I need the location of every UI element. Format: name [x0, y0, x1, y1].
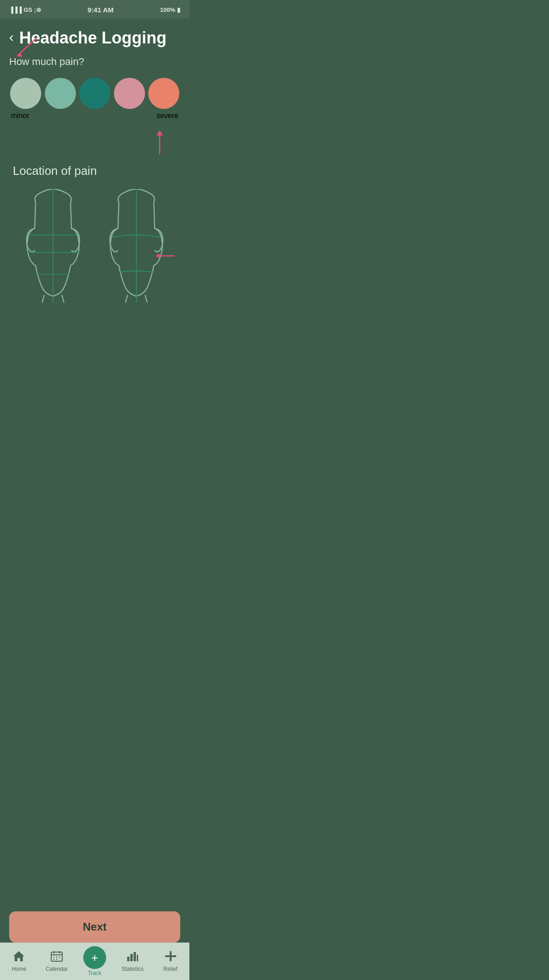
pain-labels: minor severe — [9, 112, 180, 120]
page-title: Headache Logging — [19, 28, 167, 48]
head-diagrams — [9, 189, 180, 304]
pain-circle-2[interactable] — [45, 78, 76, 109]
severity-annotation — [9, 129, 180, 157]
head-front-diagram[interactable] — [14, 189, 92, 304]
battery-label: 100% — [160, 6, 175, 13]
up-arrow-icon — [153, 129, 167, 157]
pain-section: How much pain? minor severe — [9, 56, 180, 120]
time-display: 9:41 AM — [87, 6, 113, 14]
pain-label-minor: minor — [11, 112, 29, 120]
back-button[interactable]: ‹ — [9, 30, 14, 44]
svg-marker-3 — [156, 130, 163, 135]
pain-circle-3[interactable] — [79, 78, 110, 109]
status-bar: ▐▐▐ GS ;⊜ 9:41 AM 100% ▮ — [0, 0, 189, 18]
pain-circle-4[interactable] — [114, 78, 145, 109]
header: ‹ Headache Logging — [9, 18, 180, 56]
pain-section-label: How much pain? — [9, 56, 180, 68]
battery-icon: ▮ — [177, 6, 180, 13]
signal-icon: ▐▐▐ — [9, 6, 22, 13]
pain-label-severe: severe — [156, 112, 178, 120]
pain-circles — [9, 78, 180, 109]
main-content: ‹ Headache Logging How much pain? minor … — [0, 18, 189, 378]
wifi-icon: ;⊜ — [34, 6, 41, 13]
pain-circle-1[interactable] — [10, 78, 41, 109]
status-right: 100% ▮ — [160, 6, 180, 13]
carrier-label: GS — [24, 6, 32, 13]
head-back-diagram[interactable] — [97, 189, 176, 304]
location-section: Location of pain — [9, 164, 180, 304]
location-section-label: Location of pain — [9, 164, 180, 178]
status-left: ▐▐▐ GS ;⊜ — [9, 6, 41, 13]
pain-circle-5[interactable] — [148, 78, 179, 109]
